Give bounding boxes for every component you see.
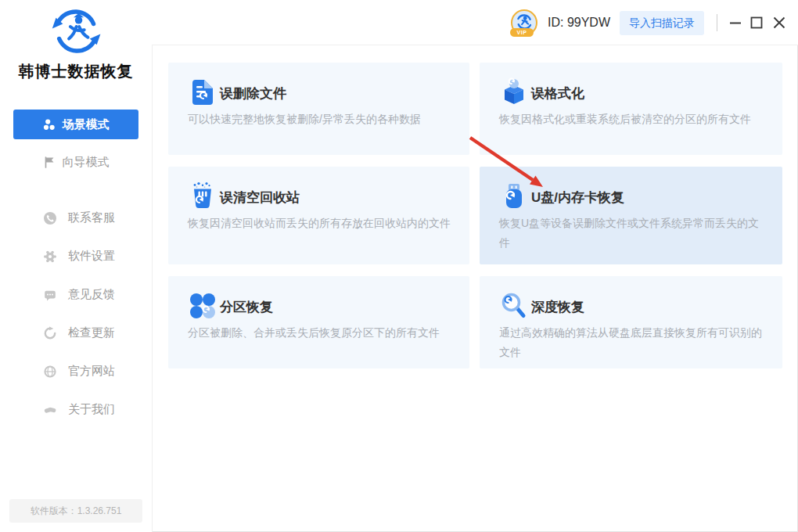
user-id-label: ID: 99YDW [548, 0, 610, 45]
refresh-icon [43, 326, 57, 340]
card-formatted[interactable]: 误格式化 恢复因格式化或重装系统后被清空的分区的所有文件 [480, 63, 782, 155]
card-description: 分区被删除、合并或丢失后恢复原分区下的所有文件 [188, 323, 458, 343]
card-deep-recovery[interactable]: 深度恢复 通过高效精确的算法从硬盘底层直接恢复所有可识别的文件 [480, 276, 782, 368]
maximize-icon [750, 16, 763, 29]
magnifier-restore-icon [499, 291, 529, 321]
cluster-circles-icon [43, 119, 56, 131]
minimize-icon [729, 16, 742, 29]
sidebar-item-label: 检查更新 [68, 325, 115, 340]
card-partition-recovery[interactable]: 分区恢复 分区被删除、合并或丢失后恢复原分区下的所有文件 [168, 276, 469, 368]
app-logo-icon [48, 6, 104, 56]
version-label: 软件版本：1.3.26.751 [9, 499, 142, 523]
sidebar-item-label: 软件设置 [68, 249, 115, 264]
card-description: 恢复因清空回收站而丢失的所有存放在回收站内的文件 [188, 214, 458, 233]
phone-icon [43, 211, 57, 225]
card-deleted-files[interactable]: 误删除文件 可以快速完整地恢复被删除/异常丢失的各种数据 [168, 63, 469, 155]
vip-badge: VIP [510, 28, 534, 37]
partition-restore-icon [188, 291, 217, 321]
sidebar-item-wizard-mode[interactable]: 向导模式 [13, 149, 138, 175]
card-title: 误删除文件 [220, 84, 286, 102]
title-bar: VIP ID: 99YDW 导入扫描记录 [152, 0, 798, 45]
card-description: 通过高效精确的算法从硬盘底层直接恢复所有可识别的文件 [499, 323, 769, 362]
app-title: 韩博士数据恢复 [0, 61, 152, 82]
card-usb-recovery[interactable]: U盘/内存卡恢复 恢复U盘等设备误删除文件或文件系统异常而丢失的文件 [480, 167, 782, 264]
sidebar-item-scene-mode[interactable]: 场景模式 [13, 110, 138, 139]
sidebar-item-official-website[interactable]: 官方网站 [0, 352, 152, 390]
handshake-icon [43, 403, 57, 417]
card-title: U盘/内存卡恢复 [531, 189, 624, 207]
card-description: 可以快速完整地恢复被删除/异常丢失的各种数据 [188, 110, 458, 129]
scene-cards-grid: 误删除文件 可以快速完整地恢复被删除/异常丢失的各种数据 误格式化 恢复因格式化… [168, 63, 782, 368]
card-title: 深度恢复 [531, 298, 584, 316]
sidebar-item-settings[interactable]: 软件设置 [0, 237, 152, 275]
sidebar-item-label: 关于我们 [68, 402, 115, 417]
minimize-button[interactable] [726, 13, 745, 32]
usb-restore-icon [499, 182, 529, 211]
sidebar: 韩博士数据恢复 场景模式 向导模式 联系客服 [0, 0, 153, 532]
card-title: 误清空回收站 [220, 189, 300, 207]
sidebar-item-label: 意见反馈 [68, 287, 115, 302]
wizard-mode-label: 向导模式 [63, 155, 110, 170]
import-scan-records-button[interactable]: 导入扫描记录 [620, 11, 704, 35]
gear-icon [43, 250, 57, 264]
sidebar-item-label: 官方网站 [68, 364, 115, 379]
sidebar-menu: 联系客服 软件设置 意见反馈 [0, 199, 152, 429]
file-restore-icon [188, 77, 217, 107]
sidebar-item-about-us[interactable]: 关于我们 [0, 390, 152, 429]
close-button[interactable] [770, 13, 789, 32]
card-recycle-bin[interactable]: 误清空回收站 恢复因清空回收站而丢失的所有存放在回收站内的文件 [168, 167, 469, 264]
sidebar-item-label: 联系客服 [68, 210, 115, 225]
sidebar-item-check-update[interactable]: 检查更新 [0, 314, 152, 352]
cube-restore-icon [499, 77, 529, 107]
vip-avatar[interactable]: VIP [511, 9, 537, 36]
globe-icon [43, 365, 57, 379]
card-description: 恢复因格式化或重装系统后被清空的分区的所有文件 [499, 110, 769, 129]
card-description: 恢复U盘等设备误删除文件或文件系统异常而丢失的文件 [499, 214, 769, 253]
window-controls-divider [717, 14, 717, 31]
card-title: 分区恢复 [220, 298, 273, 316]
sidebar-item-contact-support[interactable]: 联系客服 [0, 199, 152, 237]
sidebar-item-feedback[interactable]: 意见反馈 [0, 275, 152, 314]
scene-mode-label: 场景模式 [63, 117, 110, 132]
maximize-button[interactable] [747, 13, 766, 32]
card-title: 误格式化 [531, 84, 584, 102]
flag-icon [43, 156, 56, 168]
recycle-bin-restore-icon [188, 182, 217, 211]
close-icon [773, 16, 785, 29]
comment-icon [43, 288, 57, 302]
